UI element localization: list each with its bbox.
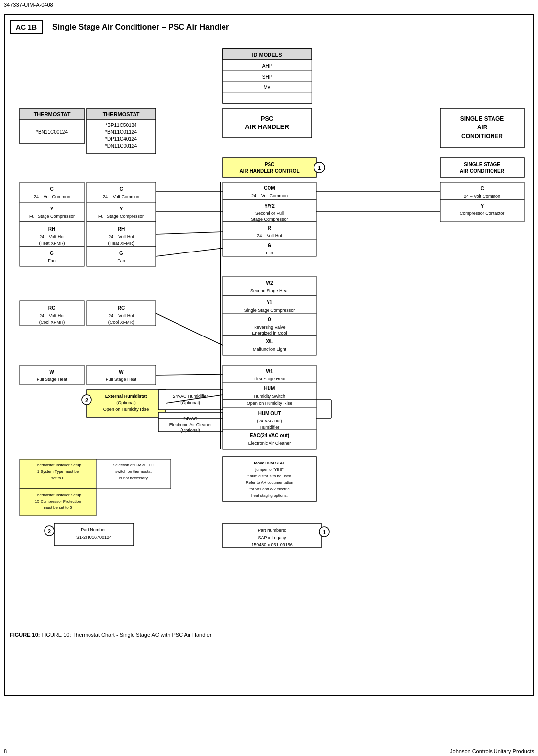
svg-text:G: G <box>50 251 54 256</box>
svg-text:Single Stage Compressor: Single Stage Compressor <box>244 308 295 313</box>
svg-text:ID MODELS: ID MODELS <box>252 52 282 58</box>
svg-text:C: C <box>50 186 53 192</box>
svg-text:External Humidistat: External Humidistat <box>105 394 147 399</box>
svg-text:(Heat XFMR): (Heat XFMR) <box>108 241 134 246</box>
svg-rect-28 <box>223 158 316 177</box>
svg-text:24 – Volt Hot: 24 – Volt Hot <box>39 313 65 318</box>
svg-text:24 – Volt Common: 24 – Volt Common <box>34 194 70 199</box>
svg-text:*BN11C01124: *BN11C01124 <box>105 129 137 135</box>
diagram-id: AC 1B <box>10 20 43 34</box>
svg-text:HUM: HUM <box>264 386 275 391</box>
svg-text:AIR HANDLER CONTROL: AIR HANDLER CONTROL <box>239 168 299 174</box>
svg-text:Selection of GAS/ELEC: Selection of GAS/ELEC <box>113 463 154 467</box>
svg-text:RC: RC <box>48 305 55 311</box>
svg-text:*DP11C40124: *DP11C40124 <box>105 136 137 142</box>
svg-text:set to 0: set to 0 <box>51 476 65 480</box>
svg-text:Y/Y2: Y/Y2 <box>264 203 275 209</box>
svg-text:Thermostat Installer Setup: Thermostat Installer Setup <box>35 493 81 497</box>
svg-rect-66 <box>87 247 156 266</box>
svg-text:Humidity Switch: Humidity Switch <box>254 394 285 399</box>
svg-rect-73 <box>87 365 156 385</box>
svg-text:(Optional): (Optional) <box>116 400 136 405</box>
page-header: 347337-UIM-A-0408 <box>0 0 538 10</box>
page-footer: 8 Johnson Controls Unitary Products <box>0 746 538 756</box>
svg-text:heat staging options.: heat staging options. <box>251 493 288 498</box>
svg-text:AIR CONDITIONER: AIR CONDITIONER <box>460 168 505 174</box>
svg-rect-9 <box>223 92 312 103</box>
svg-text:24 – Volt Common: 24 – Volt Common <box>464 194 500 199</box>
svg-text:Open on Humidity Rise: Open on Humidity Rise <box>103 407 149 412</box>
svg-text:Thermostat Installer Setup: Thermostat Installer Setup <box>35 463 81 467</box>
svg-text:1: 1 <box>318 165 321 171</box>
svg-rect-36 <box>20 182 84 202</box>
svg-rect-33 <box>440 158 524 177</box>
svg-text:2: 2 <box>48 528 51 534</box>
svg-text:2: 2 <box>85 397 88 403</box>
diagram-title-row: AC 1B Single Stage Air Conditioner – PSC… <box>10 20 528 34</box>
svg-text:THERMOSTAT: THERMOSTAT <box>103 111 140 117</box>
svg-text:1-System Type-must be: 1-System Type-must be <box>37 469 79 474</box>
svg-text:HUM OUT: HUM OUT <box>258 411 281 416</box>
svg-text:G: G <box>268 243 271 248</box>
svg-text:Full Stage Compressor: Full Stage Compressor <box>29 214 75 219</box>
svg-text:Fan: Fan <box>117 258 125 263</box>
svg-text:COM: COM <box>264 185 275 191</box>
svg-text:Compressor Contactor: Compressor Contactor <box>460 211 505 216</box>
svg-text:if humidistat is to be used.: if humidistat is to be used. <box>247 474 293 478</box>
svg-text:Stage Compressor: Stage Compressor <box>251 217 288 222</box>
svg-text:Move HUM STAT: Move HUM STAT <box>254 461 285 465</box>
diagram-title-text: Single Stage Air Conditioner – PSC Air H… <box>52 23 229 32</box>
svg-text:RC: RC <box>118 305 125 311</box>
svg-text:Full Stage Heat: Full Stage Heat <box>37 377 68 382</box>
svg-text:X/L: X/L <box>266 339 273 344</box>
svg-rect-39 <box>20 202 84 222</box>
svg-text:Y: Y <box>481 203 484 209</box>
svg-text:(Cool XFMR): (Cool XFMR) <box>39 320 65 325</box>
caption-text: FIGURE 10: Thermostat Chart - Single Sta… <box>42 632 212 638</box>
svg-text:W1: W1 <box>266 369 273 374</box>
svg-text:SINGLE STAGE: SINGLE STAGE <box>464 162 500 167</box>
svg-text:MA: MA <box>264 85 271 90</box>
svg-text:SAP  =  Legacy: SAP = Legacy <box>258 535 286 540</box>
svg-rect-99 <box>223 336 316 355</box>
svg-text:C: C <box>119 186 123 192</box>
svg-line-169 <box>156 313 223 345</box>
svg-text:switch on thermostat: switch on thermostat <box>115 469 152 474</box>
svg-text:W2: W2 <box>266 280 273 286</box>
svg-rect-113 <box>223 429 316 449</box>
svg-text:RH: RH <box>118 226 125 232</box>
svg-text:First Stage Heat: First Stage Heat <box>253 377 286 381</box>
svg-text:(Cool XFMR): (Cool XFMR) <box>108 320 134 325</box>
svg-text:Part Numbers:: Part Numbers: <box>258 528 286 533</box>
svg-text:THERMOSTAT: THERMOSTAT <box>34 111 71 117</box>
svg-text:15-Compressor Protection: 15-Compressor Protection <box>35 499 81 504</box>
svg-text:24 – Volt Hot: 24 – Volt Hot <box>257 233 282 238</box>
svg-text:Full Stage Heat: Full Stage Heat <box>106 377 137 382</box>
company-name: Johnson Controls Unitary Products <box>450 748 534 754</box>
svg-text:24 – Volt Common: 24 – Volt Common <box>251 193 288 198</box>
svg-text:W: W <box>49 369 54 375</box>
svg-text:24 – Volt Common: 24 – Volt Common <box>103 194 139 199</box>
svg-rect-53 <box>20 365 84 385</box>
svg-rect-59 <box>87 202 156 222</box>
svg-text:Open on Humidity Rise: Open on Humidity Rise <box>247 401 293 406</box>
svg-text:jumper to "YES": jumper to "YES" <box>255 467 283 472</box>
svg-rect-56 <box>87 182 156 202</box>
svg-text:PSC: PSC <box>261 115 274 122</box>
diagram-caption: FIGURE 10: FIGURE 10: Thermostat Chart -… <box>10 632 528 638</box>
svg-text:(Optional): (Optional) <box>180 428 200 433</box>
svg-text:RH: RH <box>48 226 55 232</box>
caption-label: FIGURE 10: <box>10 632 40 638</box>
svg-text:24 – Volt Hot: 24 – Volt Hot <box>39 234 65 239</box>
doc-number: 347337-UIM-A-0408 <box>4 2 53 8</box>
svg-text:Malfunction Light: Malfunction Light <box>253 347 287 352</box>
svg-text:Second Stage Heat: Second Stage Heat <box>250 288 289 293</box>
svg-text:Reversing Valve: Reversing Valve <box>254 325 286 330</box>
svg-text:24VAC: 24VAC <box>183 416 197 421</box>
svg-text:PSC: PSC <box>265 162 275 167</box>
svg-line-168 <box>156 248 223 256</box>
svg-text:*DN11C00124: *DN11C00124 <box>105 143 137 149</box>
svg-text:R: R <box>268 225 271 231</box>
svg-text:Electronic Air Cleaner: Electronic Air Cleaner <box>248 441 291 446</box>
svg-rect-89 <box>223 276 316 296</box>
